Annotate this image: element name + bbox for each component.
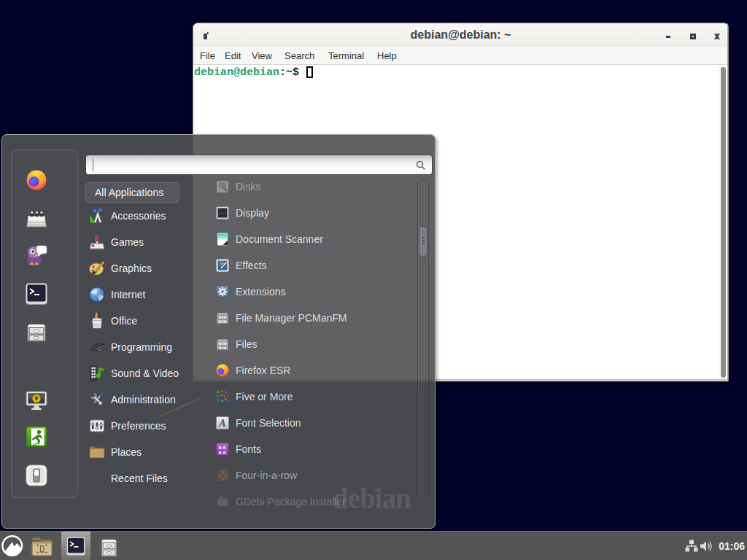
svg-text:A: A (218, 418, 225, 429)
